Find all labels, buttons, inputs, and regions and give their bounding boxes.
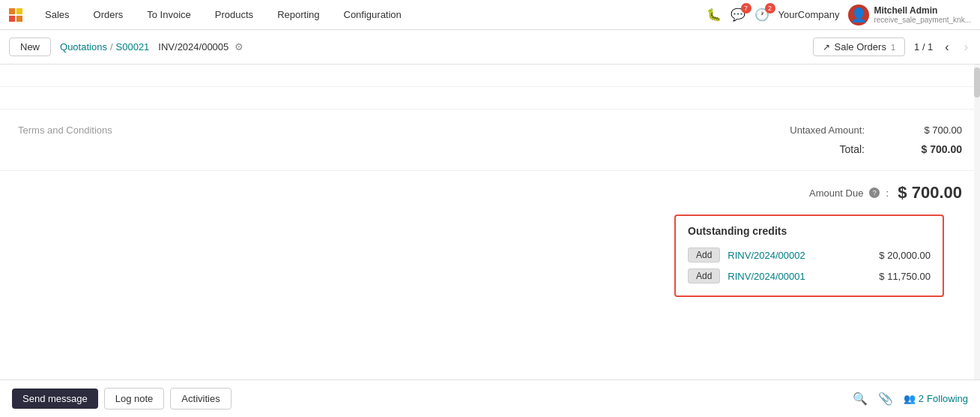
scrollbar-thumb[interactable] bbox=[974, 68, 980, 98]
untaxed-label: Untaxed Amount: bbox=[745, 124, 865, 136]
nav-to-invoice[interactable]: To Invoice bbox=[142, 6, 196, 23]
outstanding-credit-item: Add RINV/2024/00001 $ 11,750.00 bbox=[688, 266, 931, 286]
amount-due-row: Amount Due ? : $ 700.00 bbox=[809, 183, 962, 202]
untaxed-value: $ 700.00 bbox=[895, 124, 962, 136]
prev-page-button[interactable]: ‹ bbox=[942, 40, 952, 54]
scrollbar[interactable] bbox=[974, 64, 980, 380]
new-button[interactable]: New bbox=[9, 38, 51, 56]
add-credit-button-0[interactable]: Add bbox=[688, 248, 720, 262]
chat-icon-button[interactable]: 💬 7 bbox=[731, 8, 745, 22]
amount-due-value: $ 700.00 bbox=[895, 183, 962, 202]
paperclip-icon[interactable]: 📎 bbox=[878, 392, 893, 406]
followers-count: 2 bbox=[919, 393, 924, 404]
gear-icon[interactable]: ⚙ bbox=[235, 41, 244, 52]
total-label: Total: bbox=[745, 143, 865, 155]
main-content: Terms and Conditions Untaxed Amount: $ 7… bbox=[0, 64, 980, 380]
document-id: INV/2024/00005 bbox=[158, 41, 229, 52]
user-status: receive_sale_payment_knk... bbox=[874, 16, 971, 24]
next-page-button[interactable]: › bbox=[961, 40, 971, 54]
credit-amount-0: $ 20,000.00 bbox=[879, 250, 931, 261]
breadcrumb-quotations[interactable]: Quotations bbox=[60, 41, 107, 52]
breadcrumb: Quotations / S00021 bbox=[60, 41, 149, 52]
outstanding-credit-item: Add RINV/2024/00002 $ 20,000.00 bbox=[688, 244, 931, 266]
outstanding-credits-box: Outstanding credits Add RINV/2024/00002 … bbox=[674, 214, 944, 297]
app-logo bbox=[9, 8, 22, 22]
user-avatar: 👤 bbox=[848, 4, 869, 26]
chat-badge: 7 bbox=[741, 3, 751, 14]
help-icon[interactable]: ? bbox=[869, 188, 880, 198]
nav-products[interactable]: Products bbox=[211, 6, 258, 23]
total-value: $ 700.00 bbox=[895, 143, 962, 155]
company-name: YourCompany bbox=[778, 9, 840, 20]
spacer-1 bbox=[0, 64, 980, 87]
svg-rect-0 bbox=[9, 8, 15, 14]
credit-ref-link-0[interactable]: RINV/2024/00002 bbox=[728, 250, 871, 261]
outstanding-credits-area: Outstanding credits Add RINV/2024/00002 … bbox=[0, 202, 980, 321]
nav-reporting[interactable]: Reporting bbox=[273, 6, 324, 23]
user-name: Mitchell Admin bbox=[874, 5, 971, 16]
activity-icon-button[interactable]: 🕐 2 bbox=[754, 8, 769, 22]
bottom-bar: Send message Log note Activities 🔍 📎 👥 2… bbox=[0, 380, 980, 417]
log-note-button[interactable]: Log note bbox=[104, 388, 165, 410]
nav-sales[interactable]: Sales bbox=[40, 6, 74, 23]
bug-icon-button[interactable]: 🐛 bbox=[707, 8, 722, 22]
activity-badge: 2 bbox=[765, 3, 775, 14]
following-label: Following bbox=[927, 393, 968, 404]
spacer-2 bbox=[0, 87, 980, 110]
amount-due-area: Amount Due ? : $ 700.00 bbox=[0, 171, 980, 202]
outstanding-credits-title: Outstanding credits bbox=[688, 225, 931, 237]
svg-rect-1 bbox=[16, 8, 22, 14]
activities-button[interactable]: Activities bbox=[170, 388, 231, 410]
breadcrumb-s00021[interactable]: S00021 bbox=[116, 41, 150, 52]
credit-amount-1: $ 11,750.00 bbox=[879, 271, 931, 282]
bottom-icons: 🔍 📎 👥 2 Following bbox=[853, 392, 968, 406]
nav-orders[interactable]: Orders bbox=[89, 6, 128, 23]
sale-orders-button[interactable]: ↗ Sale Orders 1 bbox=[813, 38, 906, 56]
sale-orders-count: 1 bbox=[891, 43, 895, 52]
add-credit-button-1[interactable]: Add bbox=[688, 268, 720, 284]
followers-icon: 👥 bbox=[904, 393, 916, 404]
search-icon[interactable]: 🔍 bbox=[853, 392, 868, 406]
svg-rect-3 bbox=[16, 15, 22, 21]
outstanding-credits-rows: Add RINV/2024/00002 $ 20,000.00 Add RINV… bbox=[688, 244, 931, 286]
total-row: Total: $ 700.00 bbox=[665, 139, 962, 158]
untaxed-amount-row: Untaxed Amount: $ 700.00 bbox=[665, 122, 962, 139]
terms-totals-row: Terms and Conditions Untaxed Amount: $ 7… bbox=[0, 110, 980, 171]
amount-due-label: Amount Due bbox=[809, 188, 863, 199]
sale-orders-label: Sale Orders bbox=[835, 41, 886, 52]
nav-configuration[interactable]: Configuration bbox=[339, 6, 406, 23]
credit-ref-link-1[interactable]: RINV/2024/00001 bbox=[728, 271, 871, 282]
svg-rect-2 bbox=[9, 15, 15, 21]
send-message-button[interactable]: Send message bbox=[12, 388, 98, 409]
pagination: 1 / 1 bbox=[914, 41, 933, 52]
terms-label: Terms and Conditions bbox=[18, 124, 112, 136]
user-info[interactable]: 👤 Mitchell Admin receive_sale_payment_kn… bbox=[848, 4, 971, 26]
following-button[interactable]: 👥 2 Following bbox=[904, 393, 968, 404]
